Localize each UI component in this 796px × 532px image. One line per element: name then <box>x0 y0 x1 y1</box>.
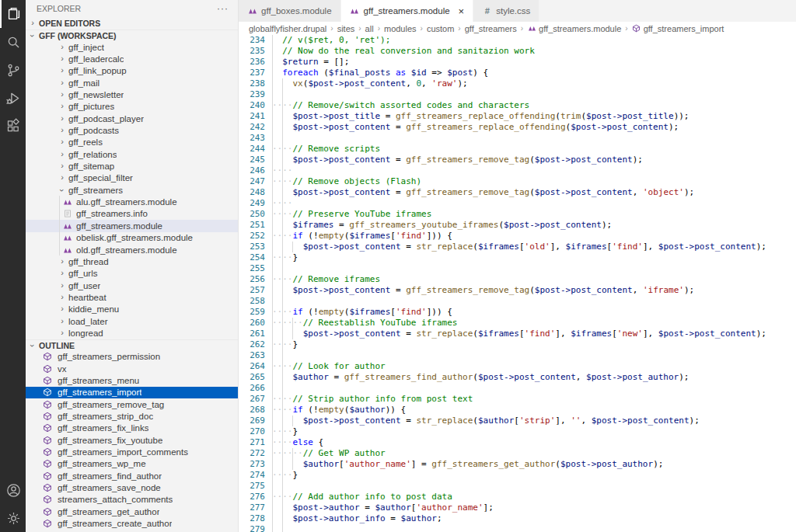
code-line-253[interactable]: 253 $post->post_content = str_replace($i… <box>239 242 796 252</box>
outline-item-gff_streamers_import[interactable]: gff_streamers_import <box>26 387 238 398</box>
tab-style.css[interactable]: #style.css <box>473 0 539 22</box>
code-line-278[interactable]: 278 $post->author_info = $author; <box>239 513 796 524</box>
code-line-272[interactable]: 272······// Get WP author <box>239 448 796 459</box>
tree-item-gff_urls[interactable]: ›gff_urls <box>26 268 238 280</box>
code-line-242[interactable]: 242 $post->post_content = gff_streamers_… <box>239 122 796 133</box>
outline-item-gff_streamers_wp_me[interactable]: gff_streamers_wp_me <box>26 458 238 470</box>
tree-item-gff_pictures[interactable]: ›gff_pictures <box>26 101 238 113</box>
code-line-277[interactable]: 277 $post->author = $author['author_name… <box>239 502 796 513</box>
code-line-264[interactable]: 264····// Look for author <box>239 361 796 372</box>
code-line-246[interactable]: 246···· <box>239 165 796 176</box>
code-line-270[interactable]: 270····} <box>239 426 796 437</box>
code-line-249[interactable]: 249···· <box>239 198 796 209</box>
breadcrumb-item-gff_streamers.module[interactable]: gff_streamers.module <box>527 24 621 33</box>
breadcrumb-item-sites[interactable]: sites <box>337 24 355 33</box>
code-editor[interactable]: 234 // v($ret, 0, 'ret');235 // Now do t… <box>239 35 796 532</box>
tree-item-gff_special_filter[interactable]: ›gff_special_filter <box>26 172 238 184</box>
section-workspace[interactable]: › GFF (WORKSPACE) <box>26 30 238 41</box>
code-line-247[interactable]: 247····// Remove objects (Flash) <box>239 176 796 187</box>
tree-item-gff_thread[interactable]: ›gff_thread <box>26 256 238 267</box>
tree-item-longread[interactable]: ›longread <box>26 327 238 339</box>
outline-item-gff_streamers_strip_doc[interactable]: gff_streamers_strip_doc <box>26 410 238 422</box>
code-line-259[interactable]: 259····if (!empty($iframes['find'])) { <box>239 307 796 318</box>
code-line-245[interactable]: 245 $post->post_content = gff_streamers_… <box>239 155 796 165</box>
code-line-274[interactable]: 274····} <box>239 470 796 481</box>
code-line-243[interactable]: 243 <box>239 133 796 144</box>
code-line-263[interactable]: 263 <box>239 350 796 361</box>
tree-item-gff_podcast_player[interactable]: ›gff_podcast_player <box>26 113 238 124</box>
code-line-275[interactable]: 275 <box>239 481 796 492</box>
breadcrumb-item-custom[interactable]: custom <box>427 24 454 33</box>
code-line-239[interactable]: 239 <box>239 89 796 100</box>
code-line-256[interactable]: 256····// Remove iframes <box>239 274 796 285</box>
outline-item-gff_streamers_remove_tag[interactable]: gff_streamers_remove_tag <box>26 398 238 410</box>
code-line-234[interactable]: 234 // v($ret, 0, 'ret'); <box>239 35 796 46</box>
code-line-273[interactable]: 273 $author['author_name'] = gff_streame… <box>239 459 796 470</box>
code-line-251[interactable]: 251 $iframes = gff_streamers_youtube_ifr… <box>239 220 796 231</box>
tab-gff_streamers.module[interactable]: gff_streamers.module× <box>341 0 474 22</box>
outline-item-gff_streamers_find_author[interactable]: gff_streamers_find_author <box>26 470 238 482</box>
tree-item-gff_relations[interactable]: ›gff_relations <box>26 148 238 160</box>
tree-item-gff_inject[interactable]: ›gff_inject <box>26 41 238 53</box>
code-line-269[interactable]: 269 $post->post_content = str_replace($a… <box>239 416 796 426</box>
activity-bar-account-button[interactable] <box>0 476 26 504</box>
outline-item-gff_streamers_create_author[interactable]: gff_streamers_create_author <box>26 517 238 529</box>
outline-item-gff_streamers_import_comments[interactable]: gff_streamers_import_comments <box>26 446 238 457</box>
tree-item-gff_newsletter[interactable]: ›gff_newsletter <box>26 89 238 100</box>
code-line-252[interactable]: 252····if (!empty($iframes['find'])) { <box>239 231 796 242</box>
code-line-250[interactable]: 250····// Preserve YouTube iframes <box>239 209 796 220</box>
outline-item-gff_streamers_menu[interactable]: gff_streamers_menu <box>26 374 238 386</box>
tree-item-gff_sitemap[interactable]: ›gff_sitemap <box>26 160 238 172</box>
tree-item-gff_streamers[interactable]: ›gff_streamers <box>26 184 238 196</box>
code-line-257[interactable]: 257 $post->post_content = gff_streamers_… <box>239 285 796 296</box>
outline-item-gff_streamers_get_author[interactable]: gff_streamers_get_author <box>26 506 238 517</box>
code-line-254[interactable]: 254····} <box>239 252 796 263</box>
section-open-editors[interactable]: › OPEN EDITORS <box>26 17 238 30</box>
activity-bar-extensions-button[interactable] <box>0 112 26 140</box>
code-line-236[interactable]: 236 $return = []; <box>239 57 796 68</box>
code-line-238[interactable]: 238 vx($post->post_content, 0, 'raw'); <box>239 78 796 89</box>
code-line-235[interactable]: 235 // Now do the real conversion and sa… <box>239 46 796 57</box>
tree-item-gff_link_popup[interactable]: ›gff_link_popup <box>26 65 238 77</box>
code-line-258[interactable]: 258 <box>239 296 796 307</box>
section-outline[interactable]: › OUTLINE <box>26 339 238 351</box>
tree-item-gff_mail[interactable]: ›gff_mail <box>26 77 238 89</box>
breadcrumb-item-globalflyfisher.drupal[interactable]: globalflyfisher.drupal <box>249 24 326 33</box>
breadcrumb-item-gff_streamers_import[interactable]: gff_streamers_import <box>632 24 724 33</box>
outline-item-gff_streamers_fix_links[interactable]: gff_streamers_fix_links <box>26 422 238 434</box>
tree-item-heartbeat[interactable]: ›heartbeat <box>26 291 238 303</box>
tree-item-kiddie_menu[interactable]: ›kiddie_menu <box>26 304 238 315</box>
activity-bar-search-button[interactable] <box>0 28 26 56</box>
tab-gff_boxes.module[interactable]: gff_boxes.module <box>239 0 341 22</box>
code-line-267[interactable]: 267····// Strip author info from post te… <box>239 394 796 405</box>
outline-item-vx[interactable]: vx <box>26 363 238 374</box>
tree-item-gff_podcasts[interactable]: ›gff_podcasts <box>26 124 238 136</box>
tree-item-alu.gff_streamers.module[interactable]: alu.gff_streamers.module <box>26 196 238 207</box>
activity-bar-source-control-button[interactable] <box>0 56 26 84</box>
activity-bar-explorer-button[interactable] <box>0 0 26 28</box>
more-actions-icon[interactable]: ··· <box>217 3 229 14</box>
code-line-276[interactable]: 276····// Add author info to post data <box>239 492 796 502</box>
code-line-261[interactable]: 261 $post->post_content = str_replace($i… <box>239 329 796 339</box>
breadcrumb-item-all[interactable]: all <box>365 24 374 33</box>
outline-item-gff_streamers_save_node[interactable]: gff_streamers_save_node <box>26 482 238 493</box>
outline-item-gff_streamers_fix_youtube[interactable]: gff_streamers_fix_youtube <box>26 434 238 446</box>
breadcrumb-item-modules[interactable]: modules <box>384 24 417 33</box>
code-line-240[interactable]: 240····// Remove/switch assorted codes a… <box>239 100 796 111</box>
tree-item-old.gff_streamers.module[interactable]: old.gff_streamers.module <box>26 244 238 256</box>
code-line-265[interactable]: 265 $author = gff_streamers_find_author(… <box>239 372 796 383</box>
outline-item-streamers_attach_comments[interactable]: streamers_attach_comments <box>26 494 238 506</box>
code-line-279[interactable]: 279 <box>239 524 796 532</box>
close-icon[interactable]: × <box>459 6 465 16</box>
tree-item-gff_reels[interactable]: ›gff_reels <box>26 137 238 148</box>
tree-item-gff_streamers.info[interactable]: gff_streamers.info <box>26 208 238 220</box>
code-line-268[interactable]: 268····if (!empty($author)) { <box>239 405 796 416</box>
outline-item-gff_streamers_permission[interactable]: gff_streamers_permission <box>26 351 238 363</box>
activity-bar-run-debug-button[interactable] <box>0 84 26 112</box>
code-line-266[interactable]: 266 <box>239 383 796 394</box>
breadcrumb-item-gff_streamers[interactable]: gff_streamers <box>465 24 517 33</box>
code-line-271[interactable]: 271····else { <box>239 437 796 448</box>
activity-bar-settings-button[interactable] <box>0 504 26 532</box>
tree-item-gff_streamers.module[interactable]: gff_streamers.module <box>26 220 238 231</box>
code-line-237[interactable]: 237 foreach ($final_posts as $id => $pos… <box>239 68 796 78</box>
